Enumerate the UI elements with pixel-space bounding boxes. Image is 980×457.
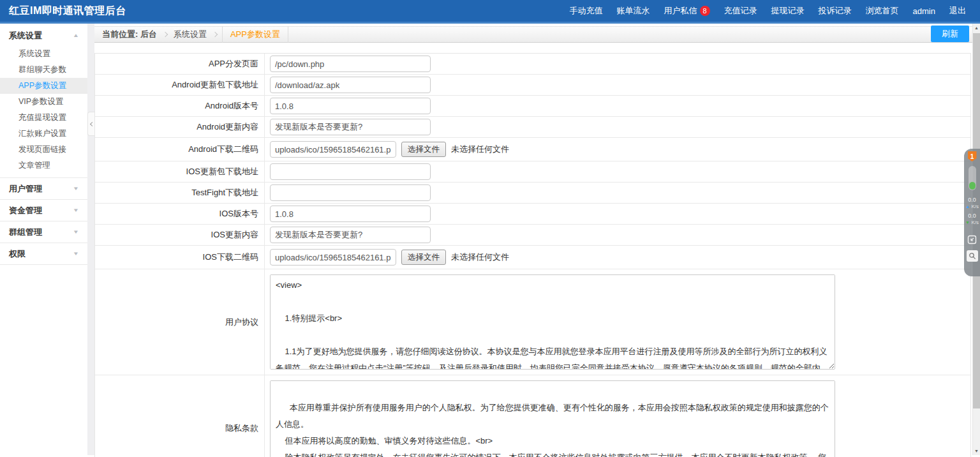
android-qrcode-label: Android下载二维码 xyxy=(95,138,265,161)
sidebar-group-label: 资金管理 xyxy=(9,205,42,216)
form-row-privacy-policy: 隐私条款 xyxy=(95,375,970,457)
ios-version-label: IOS版本号 xyxy=(95,204,265,224)
chevron-left-icon xyxy=(89,121,94,126)
android-qrcode-choose-file-button[interactable]: 选择文件 xyxy=(401,142,446,157)
nav-link-admin-account[interactable]: admin xyxy=(913,6,935,16)
arrow-up-icon: ▲ xyxy=(965,204,970,209)
chevron-down-icon: ▼ xyxy=(73,207,79,213)
form-row-android-update-note: Android更新内容 xyxy=(95,117,970,138)
nav-link-visit-homepage[interactable]: 浏览首页 xyxy=(866,5,899,17)
sidebar-group-header-group-management[interactable]: 群组管理▼ xyxy=(0,221,87,243)
nav-link-recharge-records[interactable]: 充值记录 xyxy=(724,5,757,17)
sidebar-group-label: 用户管理 xyxy=(9,183,42,195)
sidebar-items: 系统设置群组聊天参数APP参数设置VIP参数设置充值提现设置汇款账户设置发现页面… xyxy=(0,46,87,177)
ios-update-note-label: IOS更新内容 xyxy=(95,225,265,245)
sidebar-item-article-management[interactable]: 文章管理 xyxy=(0,158,87,174)
sidebar-item-app-params[interactable]: APP参数设置 xyxy=(0,78,87,94)
nav-link-complaint-records[interactable]: 投诉记录 xyxy=(819,5,852,17)
ios-qrcode-file-status: 未选择任何文件 xyxy=(451,251,509,263)
breadcrumb-item-current: APP参数设置 xyxy=(222,26,288,43)
android-package-url-value-cell xyxy=(265,75,970,95)
screenshot-icon[interactable] xyxy=(967,234,978,245)
testflight-url-input[interactable] xyxy=(270,184,431,201)
ios-package-url-input[interactable] xyxy=(270,163,431,180)
sidebar-item-system-settings[interactable]: 系统设置 xyxy=(0,46,87,62)
form-row-ios-version: IOS版本号 xyxy=(95,204,970,225)
sidebar: 系统设置▲系统设置群组聊天参数APP参数设置VIP参数设置充值提现设置汇款账户设… xyxy=(0,24,87,455)
sidebar-group-header-fund-management[interactable]: 资金管理▼ xyxy=(0,200,87,221)
user-agreement-label: 用户协议 xyxy=(95,269,265,375)
chevron-down-icon: ▼ xyxy=(73,186,79,191)
refresh-button[interactable]: 刷新 xyxy=(931,26,969,42)
sidebar-item-remit-account-settings[interactable]: 汇款账户设置 xyxy=(0,126,87,142)
sidebar-group-header-system-settings[interactable]: 系统设置▲ xyxy=(0,25,87,46)
scrollbar-down-arrow-icon[interactable]: ▼ xyxy=(973,449,980,453)
nav-link-bill-flow[interactable]: 账单流水 xyxy=(617,5,650,17)
breadcrumb-separator-icon xyxy=(212,32,218,37)
ios-qrcode-input[interactable] xyxy=(270,249,396,266)
nav-link-logout[interactable]: 退出 xyxy=(949,5,966,17)
top-nav: 手动充值账单流水用户私信8充值记录提现记录投诉记录浏览首页admin退出 xyxy=(570,5,980,17)
android-version-label: Android版本号 xyxy=(95,96,265,116)
chevron-down-icon: ▼ xyxy=(73,229,79,235)
ios-update-note-input[interactable] xyxy=(270,227,431,243)
user-agreement-value-cell xyxy=(265,269,970,375)
ios-package-url-value-cell xyxy=(265,161,970,182)
chevron-up-icon: ▲ xyxy=(73,33,79,38)
form-row-app-distribution-page: APP分发页面 xyxy=(95,54,970,75)
user-agreement-textarea[interactable] xyxy=(270,274,835,370)
upload-speed-value: 0.0 xyxy=(965,197,979,203)
sidebar-group-header-user-management[interactable]: 用户管理▼ xyxy=(0,178,87,199)
android-qrcode-input[interactable] xyxy=(270,141,396,158)
app-distribution-page-label: APP分发页面 xyxy=(95,54,265,74)
upload-speed-unit: K/s xyxy=(971,204,979,209)
search-icon[interactable] xyxy=(967,250,978,262)
arrow-down-icon: ▼ xyxy=(965,220,970,225)
form-row-ios-qrcode: IOS下载二维码选择文件未选择任何文件 xyxy=(95,246,970,269)
form-row-android-package-url: Android更新包下载地址 xyxy=(95,75,970,96)
app-header: 红豆IM即时通讯管理后台 手动充值账单流水用户私信8充值记录提现记录投诉记录浏览… xyxy=(0,0,980,24)
sidebar-group-label: 系统设置 xyxy=(9,30,42,41)
scrollbar-up-arrow-icon[interactable]: ▲ xyxy=(973,26,980,30)
android-package-url-input[interactable] xyxy=(270,77,431,93)
download-speed-unit: K/s xyxy=(971,220,979,225)
sidebar-collapse-handle[interactable] xyxy=(87,112,94,136)
app-distribution-page-input[interactable] xyxy=(270,56,431,72)
form-row-android-qrcode: Android下载二维码选择文件未选择任何文件 xyxy=(95,138,970,161)
testflight-url-label: TestFight下载地址 xyxy=(95,183,265,203)
ios-package-url-label: IOS更新包下载地址 xyxy=(95,161,265,182)
upload-speed: 0.0 ▲ K/s xyxy=(965,197,979,210)
ios-version-input[interactable] xyxy=(270,206,431,222)
sidebar-item-recharge-withdraw-settings[interactable]: 充值提现设置 xyxy=(0,110,87,126)
android-version-value-cell xyxy=(265,96,970,116)
android-qrcode-value-cell: 选择文件未选择任何文件 xyxy=(265,138,970,161)
ios-qrcode-choose-file-button[interactable]: 选择文件 xyxy=(401,250,446,265)
sidebar-gutter xyxy=(87,24,94,455)
breadcrumb-separator-icon xyxy=(163,32,168,37)
android-update-note-value-cell xyxy=(265,117,970,137)
browser-helper-widget: 1 0.0 ▲ K/s 0.0 ▼ K/s xyxy=(964,149,980,276)
sidebar-group-group-management: 群组管理▼ xyxy=(0,221,87,243)
app-params-form: APP分发页面Android更新包下载地址Android版本号Android更新… xyxy=(94,53,971,457)
ios-version-value-cell xyxy=(265,204,970,224)
nav-link-user-messages[interactable]: 用户私信8 xyxy=(664,5,710,17)
main-layout: 系统设置▲系统设置群组聊天参数APP参数设置VIP参数设置充值提现设置汇款账户设… xyxy=(0,24,980,455)
privacy-policy-textarea[interactable] xyxy=(270,380,835,457)
android-version-input[interactable] xyxy=(270,98,431,114)
sidebar-item-group-chat-params[interactable]: 群组聊天参数 xyxy=(0,62,87,78)
sidebar-group-label: 权限 xyxy=(9,248,26,260)
unread-count-badge: 8 xyxy=(700,6,710,16)
sidebar-group-permissions: 权限▼ xyxy=(0,243,87,265)
android-update-note-input[interactable] xyxy=(270,119,431,135)
privacy-policy-label: 隐私条款 xyxy=(95,375,265,457)
nav-link-manual-recharge[interactable]: 手动充值 xyxy=(570,5,603,17)
sidebar-item-vip-params[interactable]: VIP参数设置 xyxy=(0,94,87,110)
sidebar-group-user-management: 用户管理▼ xyxy=(0,178,87,200)
app-distribution-page-value-cell xyxy=(265,54,970,74)
breadcrumb-item-system[interactable]: 系统设置 xyxy=(174,29,207,40)
download-speed: 0.0 ▼ K/s xyxy=(965,213,979,226)
sidebar-item-discover-page-links[interactable]: 发现页面链接 xyxy=(0,142,87,158)
nav-link-withdraw-records[interactable]: 提现记录 xyxy=(771,5,805,17)
sidebar-group-header-permissions[interactable]: 权限▼ xyxy=(0,243,87,264)
content-area: 当前位置: 后台 系统设置 APP参数设置 刷新 APP分发页面Android更… xyxy=(94,24,972,455)
